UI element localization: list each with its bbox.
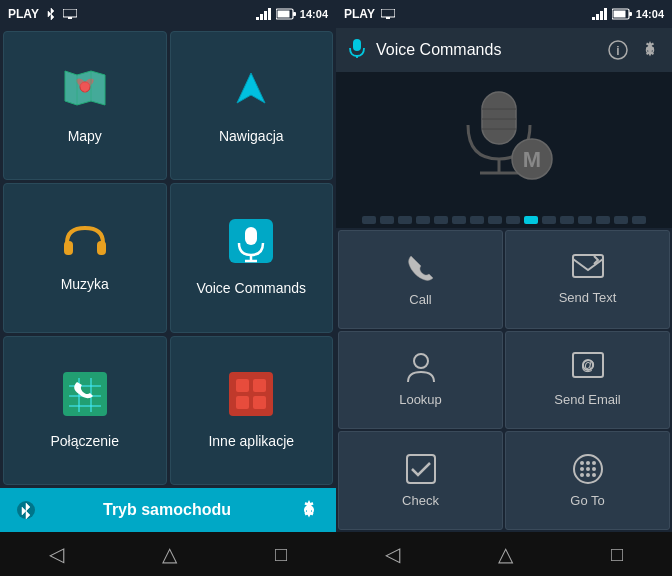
svg-rect-1	[68, 17, 72, 19]
svg-rect-14	[64, 241, 73, 255]
svg-rect-7	[293, 12, 296, 16]
svg-point-68	[580, 473, 584, 477]
right-nav-bar: ◁ △ □	[336, 532, 672, 576]
svg-rect-8	[277, 11, 289, 18]
cmd-tile-lookup[interactable]: Lookup	[338, 331, 503, 430]
right-back-btn[interactable]: ◁	[385, 542, 400, 566]
svg-rect-15	[97, 241, 106, 255]
car-mode-bar[interactable]: Tryb samochodu	[0, 488, 336, 532]
svg-rect-36	[596, 14, 599, 20]
dot-10	[524, 216, 538, 224]
left-carrier: PLAY	[8, 7, 39, 21]
nav-icon	[229, 67, 273, 111]
cmd-tile-check[interactable]: Check	[338, 431, 503, 530]
app-icon-muzyka	[62, 223, 108, 268]
app-label-voice: Voice Commands	[196, 280, 306, 296]
cmd-tile-send-text[interactable]: Send Text	[505, 230, 670, 329]
svg-rect-17	[245, 227, 257, 245]
left-back-btn[interactable]: ◁	[49, 542, 64, 566]
svg-rect-42	[353, 39, 361, 51]
cmd-tile-send-email[interactable]: @ Send Email	[505, 331, 670, 430]
cmd-label-lookup: Lookup	[399, 392, 442, 407]
map-icon	[63, 67, 107, 111]
cmd-label-check: Check	[402, 493, 439, 508]
right-status-bar-left: PLAY	[344, 7, 395, 21]
app-tile-muzyka[interactable]: Muzyka	[3, 183, 167, 332]
svg-point-63	[586, 461, 590, 465]
right-time: 14:04	[636, 8, 664, 20]
svg-point-66	[586, 467, 590, 471]
svg-rect-33	[381, 9, 395, 17]
title-mic-icon	[348, 38, 366, 63]
svg-rect-3	[260, 14, 263, 20]
left-time: 14:04	[300, 8, 328, 20]
right-title-bar: Voice Commands i	[336, 28, 672, 72]
svg-rect-40	[629, 12, 632, 16]
app-icon-inne	[229, 372, 273, 425]
svg-point-62	[580, 461, 584, 465]
grid-icon	[572, 453, 604, 485]
svg-rect-0	[63, 9, 77, 17]
svg-text:i: i	[616, 44, 619, 58]
app-icon-voice	[229, 219, 273, 272]
apps-red-icon	[229, 372, 273, 416]
voice-area: M	[336, 72, 672, 212]
right-recent-btn[interactable]: □	[611, 543, 623, 566]
person-icon	[406, 352, 436, 384]
svg-point-69	[586, 473, 590, 477]
app-grid: Mapy Nawigacja	[0, 28, 336, 488]
headphones-icon	[62, 223, 108, 259]
app-icon-mapy	[63, 67, 107, 120]
svg-point-70	[592, 473, 596, 477]
left-panel: PLAY 14:04	[0, 0, 336, 576]
right-battery-icon	[612, 8, 632, 20]
left-recent-btn[interactable]: □	[275, 543, 287, 566]
svg-rect-35	[592, 17, 595, 20]
svg-rect-27	[236, 379, 249, 392]
dot-11	[542, 216, 556, 224]
info-icon[interactable]: i	[608, 40, 628, 60]
title-icons: i	[608, 40, 660, 60]
command-grid: Call Send Text Lookup @	[336, 228, 672, 532]
cmd-label-call: Call	[409, 292, 431, 307]
app-tile-voice[interactable]: Voice Commands	[170, 183, 334, 332]
phone-green-icon	[63, 372, 107, 416]
app-tile-polaczenie[interactable]: Połączenie	[3, 336, 167, 485]
cmd-tile-goto[interactable]: Go To	[505, 431, 670, 530]
left-status-bar: PLAY 14:04	[0, 0, 336, 28]
dot-3	[398, 216, 412, 224]
signal-icon	[256, 8, 272, 20]
app-tile-mapy[interactable]: Mapy	[3, 31, 167, 180]
right-status-bar-right: 14:04	[592, 8, 664, 20]
svg-rect-26	[229, 372, 273, 416]
svg-text:M: M	[523, 147, 541, 172]
app-label-muzyka: Muzyka	[61, 276, 109, 292]
dot-15	[614, 216, 628, 224]
app-label-nawigacja: Nawigacja	[219, 128, 284, 144]
cmd-label-goto: Go To	[570, 493, 604, 508]
left-status-bar-right: 14:04	[256, 8, 328, 20]
app-label-polaczenie: Połączenie	[51, 433, 120, 449]
gear-icon[interactable]	[298, 499, 320, 521]
app-tile-nawigacja[interactable]: Nawigacja	[170, 31, 334, 180]
app-label-inne: Inne aplikacje	[208, 433, 294, 449]
svg-rect-41	[613, 11, 625, 18]
dot-2	[380, 216, 394, 224]
svg-rect-47	[482, 92, 516, 144]
right-gear-icon[interactable]	[640, 40, 660, 60]
bluetooth-icon	[45, 7, 57, 21]
right-screen-icon	[381, 9, 395, 19]
dot-4	[416, 216, 430, 224]
svg-rect-4	[264, 11, 267, 20]
right-signal-icon	[592, 8, 608, 20]
app-tile-inne[interactable]: Inne aplikacje	[170, 336, 334, 485]
svg-rect-2	[256, 17, 259, 20]
dot-13	[578, 216, 592, 224]
bt-bottom-icon	[16, 500, 36, 520]
car-mode-label: Tryb samochodu	[103, 501, 231, 519]
svg-point-65	[580, 467, 584, 471]
dot-9	[506, 216, 520, 224]
cmd-tile-call[interactable]: Call	[338, 230, 503, 329]
right-home-btn[interactable]: △	[498, 542, 513, 566]
left-home-btn[interactable]: △	[162, 542, 177, 566]
